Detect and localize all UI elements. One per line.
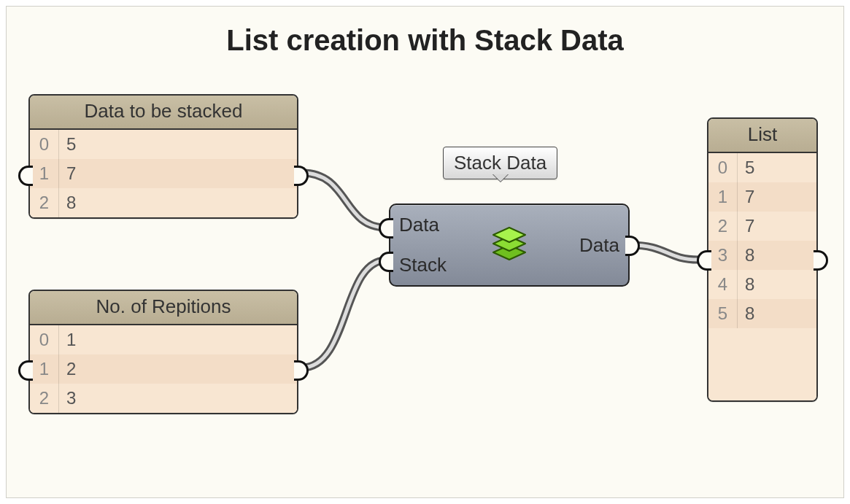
table-row: 28 [30,188,297,217]
row-value: 3 [59,388,297,408]
panel-list-body: 051727384858 [708,153,816,402]
panel-data-header: Data to be stacked [30,96,297,130]
input-port-stack[interactable]: Stack [399,254,447,276]
diagram-title: List creation with Stack Data [7,24,843,57]
component-tooltip: Stack Data [443,147,557,179]
panel-data-input-grip[interactable] [18,166,33,186]
component-data-grip[interactable] [379,218,393,239]
component-stack-grip[interactable] [379,252,393,272]
row-index: 1 [708,182,738,212]
table-row: 38 [708,241,816,270]
panel-list[interactable]: List 051727384858 [707,117,818,402]
svg-marker-2 [493,228,525,242]
panel-reps-input-grip[interactable] [18,360,33,381]
table-row: 48 [708,270,816,299]
row-index: 1 [30,159,59,188]
table-row: 17 [708,182,816,212]
panel-reps-output-grip[interactable] [294,360,309,381]
row-index: 2 [708,212,738,241]
output-port-data[interactable]: Data [579,234,619,257]
table-row: 01 [30,325,297,354]
row-value: 1 [59,330,297,350]
panel-reps-body: 011223 [30,325,297,413]
row-index: 0 [30,325,59,354]
row-value: 8 [738,303,816,324]
component-outputs: Data [579,205,619,285]
panel-list-input-grip[interactable] [697,250,711,271]
table-row: 27 [708,212,816,241]
row-index: 2 [30,188,59,217]
row-index: 2 [30,384,59,413]
panel-reps-header: No. of Repitions [30,291,297,325]
row-value: 7 [738,187,816,207]
row-index: 0 [708,153,738,182]
row-index: 4 [708,270,738,299]
panel-list-header: List [708,119,816,153]
table-row: 23 [30,384,297,413]
row-index: 5 [708,299,738,328]
row-value: 7 [738,216,816,236]
row-index: 3 [708,241,738,270]
component-output-grip[interactable] [625,236,640,256]
table-row: 05 [708,153,816,182]
stack-icon [486,223,533,267]
input-port-data[interactable]: Data [399,214,447,236]
panel-data-output-grip[interactable] [294,166,309,186]
row-value: 5 [59,134,297,155]
table-row: 05 [30,130,297,159]
row-index: 0 [30,130,59,159]
row-value: 8 [738,245,816,265]
row-value: 8 [738,274,816,295]
panel-reps[interactable]: No. of Repitions 011223 [28,290,298,414]
component-tooltip-text: Stack Data [454,152,546,174]
row-index: 1 [30,354,59,384]
panel-data[interactable]: Data to be stacked 051728 [28,94,298,219]
row-value: 2 [59,359,297,379]
row-value: 5 [738,158,816,178]
table-row: 12 [30,354,297,384]
stack-data-component[interactable]: Data Stack Data [389,203,630,287]
table-row: 58 [708,299,816,328]
row-value: 8 [59,193,297,213]
panel-data-body: 051728 [30,130,297,217]
panel-list-output-grip[interactable] [814,250,828,271]
component-inputs: Data Stack [399,205,447,285]
row-value: 7 [59,163,297,184]
table-row: 17 [30,159,297,188]
diagram-frame: List creation with Stack Data Data to be… [6,6,844,498]
